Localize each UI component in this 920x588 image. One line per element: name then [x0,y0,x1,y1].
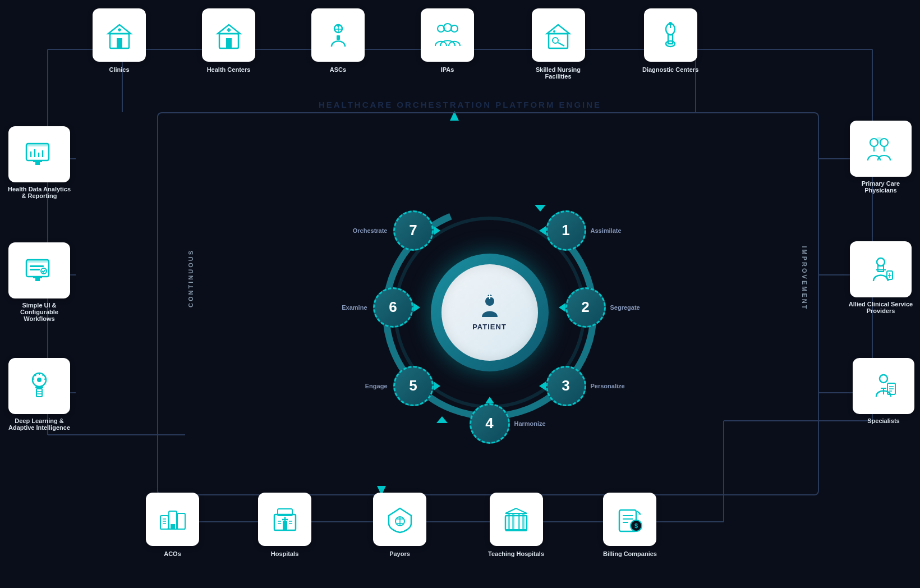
node-4-arrow [485,397,494,403]
svg-rect-27 [118,28,120,31]
svg-text:$: $ [634,522,638,529]
main-container: HEALTHCARE ORCHESTRATION PLATFORM ENGINE… [0,0,920,588]
primary-care-label: Primary Care Physicians [847,180,914,194]
svg-rect-105 [283,521,287,530]
svg-rect-60 [26,260,49,263]
top-card-ipas: IPAs [421,8,474,73]
svg-rect-57 [33,160,42,162]
right-card-specialists: Specialists [853,358,914,424]
diagnostic-card [644,8,697,62]
svg-point-45 [553,30,555,33]
svg-marker-122 [505,508,527,513]
ipas-card [421,8,474,62]
left-card-health-data: Health Data Analytics & Reporting [6,126,73,199]
bottom-card-billing: $ Billing Companies [603,493,657,557]
clinics-label: Clinics [109,66,129,73]
node-4-label: Harmonize [514,420,546,427]
node-3-arrow [539,382,546,391]
node-7-arrow [434,226,440,235]
orbit-node-2: 2 Segregate [565,287,606,328]
diagnostic-label: Diagnostic Centers [642,66,698,73]
svg-rect-97 [177,513,185,529]
health-centers-icon [215,21,243,49]
health-centers-label: Health Centers [207,66,251,73]
simple-ui-label: Simple UI & Configurable Workflows [6,302,73,322]
hospitals-icon [271,506,299,534]
svg-point-72 [37,378,42,382]
svg-rect-102 [171,524,175,529]
svg-rect-61 [30,265,44,267]
node-4-circle: 4 [470,403,510,444]
allied-label: Allied Clinical Service Providers [847,301,914,314]
svg-point-88 [880,375,887,383]
svg-point-43 [553,38,558,43]
specialists-icon [868,372,899,400]
allied-card [850,241,912,297]
svg-rect-62 [30,269,40,270]
ipas-label: IPAs [441,66,454,73]
health-data-card [8,126,70,182]
node-1-arrow [539,226,546,235]
node-5-circle: 5 [393,366,434,406]
billing-card: $ [603,493,656,546]
node-7-label: Orchestrate [353,227,388,234]
node-7-circle: 7 [393,210,434,251]
ipas-icon [433,21,462,49]
svg-rect-123 [505,529,527,531]
allied-icon [866,255,896,283]
svg-rect-83 [878,266,884,272]
teaching-hospitals-icon [502,506,530,534]
svg-rect-58 [35,162,40,165]
svg-rect-118 [512,513,514,530]
svg-rect-25 [117,38,122,48]
ascs-card [311,8,365,62]
node-5-arrow [434,382,440,391]
specialists-card [853,358,914,414]
patient-label: PATIENT [472,323,507,331]
svg-rect-73 [35,387,43,388]
orbit-node-6: Examine 6 [373,287,413,328]
svg-point-82 [877,258,885,266]
svg-rect-74 [36,389,42,397]
specialists-label: Specialists [867,417,899,424]
node-6-circle: 6 [373,287,413,328]
deep-learning-card [8,358,70,414]
simple-ui-icon [24,256,55,284]
patient-outer-circle: PATIENT [431,254,549,371]
patient-inner-circle: PATIENT [441,264,538,361]
svg-point-39 [444,24,452,31]
svg-rect-52 [26,144,49,146]
simple-ui-card [8,242,70,298]
orbit-container: PATIENT 1 Assimilate 2 Segregate 3 Perso… [361,183,619,442]
left-card-simple-ui: Simple UI & Configurable Workflows [6,242,73,322]
svg-line-71 [33,379,34,379]
svg-rect-34 [337,35,340,40]
svg-point-79 [876,137,882,144]
svg-rect-95 [160,516,168,529]
svg-rect-47 [668,35,673,44]
primary-care-card [850,121,912,177]
svg-rect-64 [33,277,42,278]
top-card-ascs: ASCs [311,8,365,73]
node-1-label: Assimilate [591,227,622,234]
node-2-label: Segregate [610,304,640,311]
bottom-card-hospitals: Hospitals [258,493,311,557]
bottom-card-payors: Payors [373,493,426,557]
billing-label: Billing Companies [603,550,657,557]
node-6-label: Examine [342,304,367,311]
payors-label: Payors [389,550,410,557]
patient-icon [476,293,503,320]
deep-learning-label: Deep Learning & Adaptive Intelligence [6,417,73,431]
svg-rect-119 [518,513,520,530]
top-card-diagnostic: Diagnostic Centers [642,8,698,73]
orbit-node-4: 4 Harmonize [470,403,510,444]
clinics-icon [105,21,134,49]
diagnostic-icon [656,21,684,49]
primary-care-icon [864,135,897,163]
hospitals-label: Hospitals [271,550,299,557]
center-area: PATIENT 1 Assimilate 2 Segregate 3 Perso… [168,132,811,493]
hospitals-card [258,493,311,546]
ascs-icon [324,21,352,49]
svg-marker-134 [535,205,546,212]
svg-line-69 [44,379,46,379]
